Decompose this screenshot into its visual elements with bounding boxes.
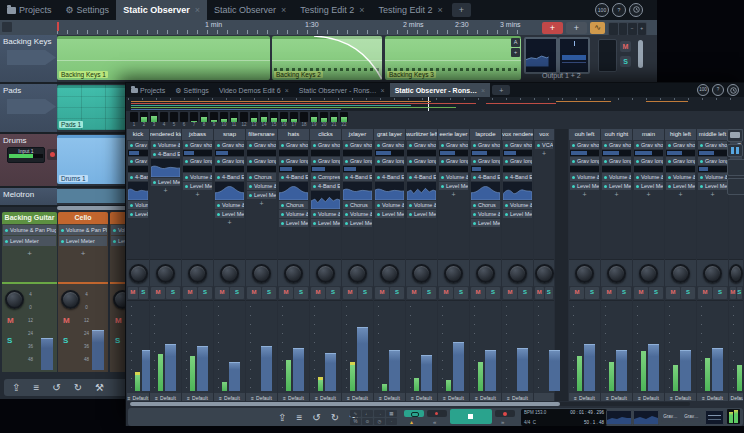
volume-fader[interactable] xyxy=(229,362,240,391)
plugin-slot[interactable]: Grav long xyxy=(634,157,663,165)
pan-knob[interactable] xyxy=(278,259,309,286)
transport-option-icon-4[interactable]: ▦ xyxy=(386,410,397,417)
preset-selector[interactable]: ≡Default xyxy=(665,393,696,401)
mute-button[interactable]: M xyxy=(311,287,325,299)
plugin-enabled-dot[interactable] xyxy=(217,176,220,179)
plugin-slot[interactable]: Volume & Pan Plugin xyxy=(183,173,212,181)
plugin-enabled-dot[interactable] xyxy=(505,204,508,207)
plugin-slot[interactable]: Grav short xyxy=(375,141,404,149)
volume-fader[interactable] xyxy=(92,330,104,370)
plugin-enabled-dot[interactable] xyxy=(281,176,284,179)
plugin-enabled-dot[interactable] xyxy=(636,185,639,188)
plugin-enabled-dot[interactable] xyxy=(345,176,348,179)
cpu-badge[interactable]: 100 xyxy=(595,3,609,17)
front-new-tab-button[interactable]: + xyxy=(492,85,510,95)
solo-button[interactable]: S xyxy=(649,287,663,299)
transport-option-icon-7[interactable]: ◷ xyxy=(374,418,385,425)
send-level-bar[interactable] xyxy=(343,166,372,172)
bridge-meter-17[interactable]: 17 xyxy=(290,112,298,130)
timeline-overview[interactable] xyxy=(126,97,744,112)
view-cell[interactable] xyxy=(619,23,628,35)
plugin-enabled-dot[interactable] xyxy=(249,144,252,147)
preset-selector[interactable]: ≡Default xyxy=(601,393,632,401)
plugin-slot[interactable]: Volume & Pan Plugin xyxy=(311,210,340,218)
tab-close-icon[interactable]: × xyxy=(281,5,286,15)
plugin-slot[interactable]: Chorus xyxy=(343,201,372,209)
add-plugin-button[interactable]: + xyxy=(58,249,108,259)
plugin-slot[interactable]: Grav short xyxy=(503,141,532,149)
send-level-bar[interactable] xyxy=(698,166,727,172)
mute-button[interactable]: M xyxy=(570,287,584,299)
plugin-enabled-dot[interactable] xyxy=(668,185,671,188)
plugin-slot[interactable]: Grav short xyxy=(183,141,212,149)
preset-selector[interactable]: ≡Default xyxy=(278,393,309,401)
bridge-meter-1[interactable]: 1 xyxy=(130,112,138,130)
plugin-enabled-dot[interactable] xyxy=(473,222,476,225)
pan-knob[interactable] xyxy=(342,259,373,286)
preset-selector[interactable]: ≡Default xyxy=(127,393,149,401)
solo-button[interactable]: S xyxy=(198,287,212,299)
channel-name[interactable]: laprode xyxy=(470,129,501,140)
solo-button[interactable]: S xyxy=(390,287,404,299)
bridge-meter-14[interactable]: 14 xyxy=(260,112,268,130)
volume-fader[interactable] xyxy=(485,350,496,391)
volume-fader[interactable] xyxy=(453,342,464,391)
master-thumbnail-2[interactable] xyxy=(558,37,590,74)
plugin-enabled-dot[interactable] xyxy=(473,176,476,179)
pan-knob[interactable] xyxy=(569,259,600,286)
plugin-slot[interactable]: Grav short xyxy=(407,141,436,149)
plugin-slot[interactable]: Grav short xyxy=(215,141,244,149)
channel-name[interactable]: clicks xyxy=(310,129,341,140)
pan-knob[interactable] xyxy=(61,290,80,309)
bridge-meter-3[interactable]: 3 xyxy=(150,112,158,130)
overview-playhead[interactable] xyxy=(428,97,429,111)
plugin-enabled-dot[interactable] xyxy=(377,204,380,207)
plugin-enabled-dot[interactable] xyxy=(130,204,133,207)
plugin-enabled-dot[interactable] xyxy=(700,144,703,147)
send-level-bar[interactable] xyxy=(634,150,663,156)
back-new-tab-button[interactable]: + xyxy=(452,3,471,17)
volume-fader[interactable] xyxy=(165,344,176,391)
back-tab-static-observer[interactable]: Static Observer× xyxy=(116,0,207,20)
mute-button[interactable]: M xyxy=(666,287,680,299)
plugin-enabled-dot[interactable] xyxy=(409,176,412,179)
pan-knob[interactable] xyxy=(665,259,696,286)
plugin-slot[interactable]: Compressor xyxy=(311,173,340,181)
plugin-enabled-dot[interactable] xyxy=(313,222,316,225)
plugin-slot[interactable]: Grav short xyxy=(311,141,340,149)
preset-selector[interactable]: ≡Default xyxy=(697,393,728,401)
plugin-enabled-dot[interactable] xyxy=(604,144,607,147)
strip-name[interactable]: Backing Guitar xyxy=(2,212,57,224)
solo-button[interactable]: S xyxy=(63,336,68,345)
volume-fader[interactable] xyxy=(648,344,659,391)
bridge-meter-20[interactable]: 20 xyxy=(320,112,328,130)
record-button[interactable] xyxy=(495,410,515,417)
plugin-enabled-dot[interactable] xyxy=(636,160,639,163)
plugin-slot[interactable]: Grav long xyxy=(602,157,631,165)
preset-selector[interactable]: ≡Default xyxy=(470,393,501,401)
transport-option-icon-2[interactable]: ♩ xyxy=(362,410,373,417)
plugin-slot[interactable]: Grav long xyxy=(570,157,599,165)
eq-curve-display[interactable] xyxy=(471,182,500,200)
eq-curve-display[interactable] xyxy=(279,182,308,200)
channel-name[interactable]: ouh right xyxy=(601,129,632,140)
plugin-enabled-dot[interactable] xyxy=(668,160,671,163)
add-plugin-button[interactable]: + xyxy=(247,200,276,208)
rack-button-2[interactable]: Grav… xyxy=(682,411,701,422)
mute-button[interactable]: M xyxy=(7,316,14,325)
send-level-bar[interactable] xyxy=(666,166,695,172)
send-level-bar[interactable] xyxy=(602,166,631,172)
send-level-bar[interactable] xyxy=(128,150,148,156)
solo-button[interactable]: S xyxy=(230,287,244,299)
eq-curve-display[interactable] xyxy=(128,182,148,200)
plugin-slot[interactable]: Grav short xyxy=(439,141,468,149)
front-tab-static-observer-rons-[interactable]: Static Observer - Rons…× xyxy=(294,83,390,97)
master-thumbnail-1[interactable] xyxy=(524,37,558,74)
add-plugin-button[interactable]: + xyxy=(634,191,663,199)
send-level-bar[interactable] xyxy=(247,166,276,172)
plugin-slot[interactable]: Grav long xyxy=(471,157,500,165)
add-plugin-button[interactable]: + xyxy=(570,191,599,199)
preset-selector[interactable]: ≡Default xyxy=(246,393,277,401)
preset-selector[interactable]: ≡Default xyxy=(342,393,373,401)
plugin-slot[interactable]: 4-Band Equaliser xyxy=(375,173,404,181)
